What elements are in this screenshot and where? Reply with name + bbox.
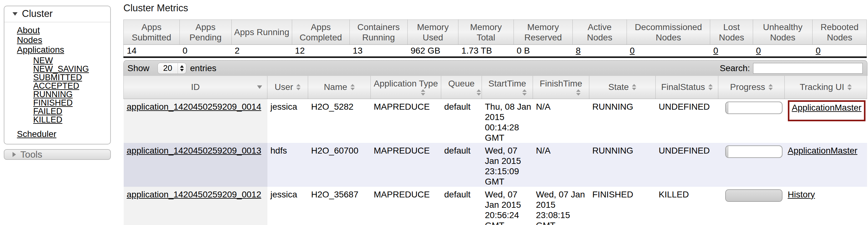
search-input[interactable]	[753, 63, 863, 74]
column-header-finishtime[interactable]: FinishTime	[533, 76, 589, 99]
cell-name: H2O_5282	[308, 99, 371, 143]
column-header-application-type[interactable]: Application Type	[371, 76, 441, 99]
application-id-link[interactable]: application_1420450259209_0013	[127, 146, 261, 156]
metric-value-apps-running: 2	[232, 45, 292, 57]
metric-value-apps-completed: 12	[292, 45, 350, 57]
metric-header-apps-running: Apps Running	[232, 20, 292, 45]
cell-name: H2O_60700	[308, 143, 371, 187]
tracking-ui-link[interactable]: ApplicationMaster	[792, 103, 862, 113]
metric-link-active-nodes[interactable]: 8	[576, 46, 581, 55]
cell-user: hdfs	[268, 143, 308, 187]
metric-link-lost-nodes[interactable]: 0	[713, 46, 718, 55]
table-row: application_1420450259209_0014 jessica H…	[124, 99, 867, 143]
sidebar-item-new[interactable]: NEW	[33, 56, 53, 65]
cluster-section-header[interactable]: Cluster	[4, 6, 110, 22]
sort-both-icon	[476, 89, 481, 95]
cell-starttime: Thu, 08 Jan 2015 00:14:28 GMT	[482, 99, 533, 143]
column-header-user[interactable]: User	[268, 76, 308, 99]
column-header-finalstatus[interactable]: FinalStatus	[656, 76, 718, 99]
sidebar-item-nodes[interactable]: Nodes	[17, 35, 42, 45]
show-label: Show	[127, 63, 149, 73]
metric-value-memory-reserved: 0 B	[514, 45, 573, 57]
page-title: Cluster Metrics	[123, 2, 867, 15]
sidebar-item-submitted[interactable]: SUBMITTED	[33, 73, 82, 82]
column-header-starttime[interactable]: StartTime	[482, 76, 533, 99]
metric-value-apps-pending: 0	[179, 45, 231, 57]
sidebar-item-killed[interactable]: KILLED	[33, 115, 62, 124]
sidebar-item-scheduler[interactable]: Scheduler	[17, 129, 56, 139]
progress-bar	[725, 102, 782, 114]
tracking-ui-link[interactable]: History	[788, 190, 815, 199]
applications-table: ID User Name Application Type Queue Star…	[123, 76, 867, 225]
metric-header-memory-used: Memory Used	[407, 20, 458, 45]
cell-starttime: Wed, 07 Jan 2015 20:56:24 GMT	[482, 187, 533, 225]
sidebar-item-new-saving[interactable]: NEW_SAVING	[33, 64, 89, 74]
cell-starttime: Wed, 07 Jan 2015 23:15:09 GMT	[482, 143, 533, 187]
cell-user: jessica	[268, 99, 308, 143]
cell-queue: default	[441, 143, 482, 187]
metric-header-unhealthy-nodes: Unhealthy Nodes	[753, 20, 813, 45]
column-header-state[interactable]: State	[589, 76, 656, 99]
cell-finishtime: N/A	[533, 143, 589, 187]
annotation-highlight-box: ApplicationMaster	[788, 100, 866, 121]
table-toolbar: Show 20 entries Search:	[123, 60, 867, 76]
metric-header-rebooted-nodes: Rebooted Nodes	[813, 20, 867, 45]
metric-value-memory-total: 1.73 TB	[458, 45, 514, 57]
sidebar-item-accepted[interactable]: ACCEPTED	[33, 81, 79, 90]
cell-finalstatus: UNDEFINED	[656, 99, 718, 143]
tracking-ui-link[interactable]: ApplicationMaster	[788, 146, 858, 156]
table-row: application_1420450259209_0013 hdfs H2O_…	[124, 143, 867, 187]
metric-header-apps-pending: Apps Pending	[179, 20, 231, 45]
cell-application-type: MAPREDUCE	[371, 99, 441, 143]
progress-bar	[725, 189, 782, 202]
column-header-tracking-ui[interactable]: Tracking UI	[785, 76, 867, 99]
page-size-value: 20	[158, 63, 178, 73]
cell-queue: default	[441, 187, 482, 225]
metric-value-containers-running: 13	[350, 45, 408, 57]
application-id-link[interactable]: application_1420450259209_0014	[127, 102, 261, 112]
metric-header-active-nodes: Active Nodes	[573, 20, 627, 45]
progress-bar	[725, 145, 782, 158]
metric-header-apps-submitted: Apps Submitted	[124, 20, 180, 45]
search-label: Search:	[720, 63, 750, 73]
application-id-link[interactable]: application_1420450259209_0012	[127, 190, 261, 199]
metric-link-decommissioned-nodes[interactable]: 0	[630, 46, 635, 55]
entries-label: entries	[190, 63, 216, 73]
collapse-arrow-icon	[12, 12, 18, 16]
cell-finalstatus: UNDEFINED	[656, 143, 718, 187]
cell-finishtime: N/A	[533, 99, 589, 143]
expand-arrow-icon	[12, 152, 16, 157]
sort-both-icon	[296, 84, 301, 90]
metric-value-memory-used: 962 GB	[407, 45, 458, 57]
metric-link-rebooted-nodes[interactable]: 0	[816, 46, 821, 55]
column-header-name[interactable]: Name	[308, 76, 371, 99]
cell-name: H2O_35687	[308, 187, 371, 225]
sidebar-item-finished[interactable]: FINISHED	[33, 98, 73, 108]
metric-link-unhealthy-nodes[interactable]: 0	[756, 46, 761, 55]
sidebar-item-running[interactable]: RUNNING	[33, 90, 73, 99]
sidebar-item-failed[interactable]: FAILED	[33, 107, 62, 116]
sort-both-icon	[421, 89, 425, 95]
cell-state: FINISHED	[589, 187, 656, 225]
sidebar-item-applications[interactable]: Applications	[17, 45, 64, 55]
column-header-progress[interactable]: Progress	[718, 76, 785, 99]
cell-user: jessica	[268, 187, 308, 225]
table-row: application_1420450259209_0012 jessica H…	[124, 187, 867, 225]
cell-finishtime: Wed, 07 Jan 2015 23:08:15 GMT	[533, 187, 589, 225]
cell-queue: default	[441, 99, 482, 143]
metric-header-apps-completed: Apps Completed	[292, 20, 350, 45]
sort-both-icon	[522, 89, 527, 95]
column-header-queue[interactable]: Queue	[441, 76, 482, 99]
page-size-select[interactable]: 20	[157, 63, 186, 74]
sidebar-item-about[interactable]: About	[17, 25, 40, 35]
metric-header-memory-total: Memory Total	[458, 20, 514, 45]
cell-finalstatus: KILLED	[656, 187, 718, 225]
cell-application-type: MAPREDUCE	[371, 143, 441, 187]
metric-header-lost-nodes: Lost Nodes	[710, 20, 753, 45]
column-header-id[interactable]: ID	[124, 76, 268, 99]
tools-section-header[interactable]: Tools	[4, 149, 111, 160]
cluster-metrics-table: Apps Submitted Apps Pending Apps Running…	[123, 20, 867, 58]
metric-header-decommissioned-nodes: Decommissioned Nodes	[627, 20, 710, 45]
cell-state: RUNNING	[589, 143, 656, 187]
stepper-icon	[178, 65, 186, 72]
